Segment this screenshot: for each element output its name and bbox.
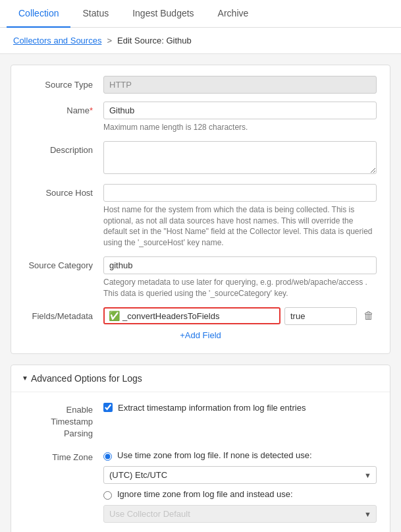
tab-archive[interactable]: Archive: [206, 0, 261, 28]
name-required: *: [90, 105, 93, 115]
name-label: Name*: [24, 102, 103, 115]
source-type-wrap: [103, 76, 377, 94]
tz-radio-row-2: Ignore time zone from log file and inste…: [103, 489, 377, 500]
description-input[interactable]: [103, 141, 377, 174]
source-host-wrap: Host name for the system from which the …: [103, 184, 377, 249]
form-card: Source Type Name* Maximum name length is…: [11, 65, 390, 354]
name-input[interactable]: [103, 102, 377, 119]
tz-select-2: Use Collector Default: [103, 505, 377, 523]
tz-radio-2[interactable]: [103, 491, 112, 500]
name-hint: Maximum name length is 128 characters.: [103, 122, 377, 133]
enable-ts-label: Enable Timestamp Parsing: [24, 403, 103, 440]
timezone-label: Time Zone: [24, 450, 103, 463]
breadcrumb: Collectors and Sources > Edit Source: Gi…: [0, 28, 401, 54]
field-check-icon: ✅: [109, 310, 120, 321]
timezone-row: Time Zone Use time zone from log file. I…: [24, 450, 377, 523]
enable-ts-checkbox[interactable]: [103, 403, 113, 412]
add-field-section: +Add Field: [24, 330, 377, 340]
field-value-input[interactable]: [284, 307, 357, 325]
field-delete-button[interactable]: 🗑: [361, 309, 377, 323]
advanced-body: Enable Timestamp Parsing Extract timesta…: [11, 392, 390, 532]
advanced-section: ▼ Advanced Options for Logs Enable Times…: [11, 365, 390, 532]
source-type-row: Source Type: [24, 76, 377, 94]
tz-select[interactable]: (UTC) Etc/UTC: [103, 466, 377, 484]
tz-radio-row-1: Use time zone from log file. If none is …: [103, 450, 377, 461]
source-category-label: Source Category: [24, 256, 103, 270]
enable-ts-check-row: Extract timestamp information from log f…: [103, 403, 377, 413]
source-host-input[interactable]: [103, 184, 377, 202]
tz-select-wrap: (UTC) Etc/UTC ▼: [103, 466, 377, 484]
field-key-text: _convertHeadersToFields: [122, 311, 219, 321]
breadcrumb-current: Edit Source: Github: [117, 36, 192, 45]
source-host-label: Source Host: [24, 184, 103, 198]
source-category-row: Source Category Category metadata to use…: [24, 256, 377, 299]
main-content: Source Type Name* Maximum name length is…: [0, 54, 401, 532]
description-row: Description: [24, 141, 377, 176]
tz-radio-1[interactable]: [103, 452, 112, 461]
description-label: Description: [24, 141, 103, 155]
collapse-icon: ▼: [22, 374, 28, 382]
field-key-wrap: ✅ _convertHeadersToFields: [103, 307, 281, 324]
enable-ts-control: Extract timestamp information from log f…: [103, 403, 377, 418]
timezone-control: Use time zone from log file. If none is …: [103, 450, 377, 523]
source-category-hint: Category metadata to use later for query…: [103, 277, 377, 299]
source-type-input: [103, 76, 377, 94]
source-host-hint: Host name for the system from which the …: [103, 204, 377, 249]
tab-ingest-budgets[interactable]: Ingest Budgets: [120, 0, 205, 28]
source-host-row: Source Host Host name for the system fro…: [24, 184, 377, 249]
advanced-header[interactable]: ▼ Advanced Options for Logs: [11, 365, 390, 392]
tab-status[interactable]: Status: [70, 0, 120, 28]
add-field-button[interactable]: +Add Field: [180, 330, 221, 340]
advanced-title: Advanced Options for Logs: [31, 373, 142, 384]
source-category-input[interactable]: [103, 256, 377, 274]
description-wrap: [103, 141, 377, 176]
tab-bar: Collection Status Ingest Budgets Archive: [0, 0, 401, 28]
breadcrumb-separator: >: [107, 36, 112, 45]
name-row: Name* Maximum name length is 128 charact…: [24, 102, 377, 133]
enable-ts-text: Extract timestamp information from log f…: [118, 403, 306, 413]
tab-collection[interactable]: Collection: [7, 0, 70, 28]
name-wrap: Maximum name length is 128 characters.: [103, 102, 377, 133]
source-type-label: Source Type: [24, 76, 103, 90]
enable-ts-row: Enable Timestamp Parsing Extract timesta…: [24, 403, 377, 440]
source-category-wrap: Category metadata to use later for query…: [103, 256, 377, 299]
fields-inputs: ✅ _convertHeadersToFields 🗑: [103, 307, 377, 325]
tz-select2-wrap: Use Collector Default ▼: [103, 505, 377, 523]
breadcrumb-link[interactable]: Collectors and Sources: [13, 36, 101, 45]
fields-metadata-row: Fields/Metadata ✅ _convertHeadersToField…: [24, 307, 377, 325]
fields-metadata-label: Fields/Metadata: [24, 307, 103, 321]
tz-option2-label: Ignore time zone from log file and inste…: [117, 489, 293, 499]
tz-option1-label: Use time zone from log file. If none is …: [117, 450, 312, 460]
